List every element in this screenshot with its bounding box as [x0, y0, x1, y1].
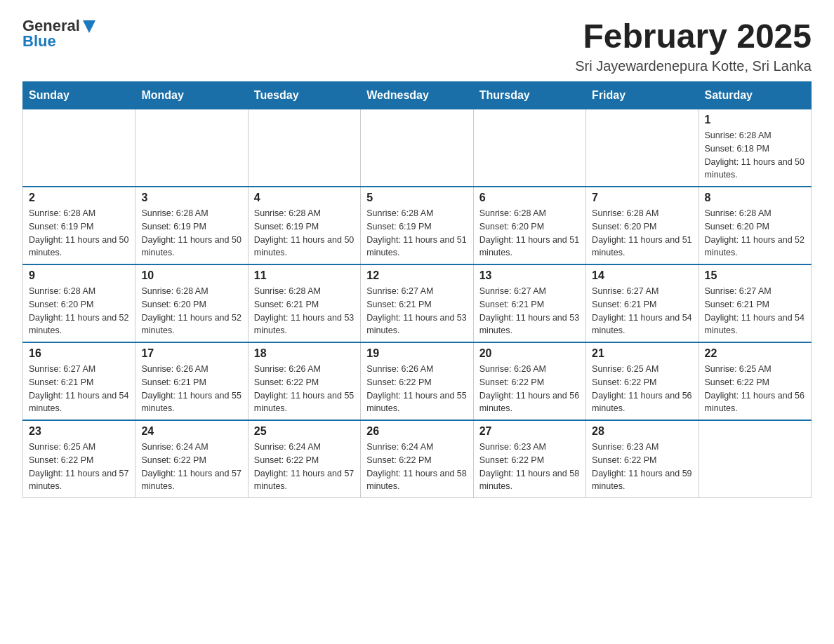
- day-info: Sunrise: 6:28 AM Sunset: 6:20 PM Dayligh…: [592, 207, 692, 260]
- day-info: Sunrise: 6:27 AM Sunset: 6:21 PM Dayligh…: [29, 363, 129, 415]
- calendar-cell: 21Sunrise: 6:25 AM Sunset: 6:22 PM Dayli…: [586, 342, 699, 420]
- day-number: 28: [592, 425, 692, 438]
- page-header: General Blue February 2025 Sri Jayewarde…: [22, 17, 812, 74]
- calendar-cell: 23Sunrise: 6:25 AM Sunset: 6:22 PM Dayli…: [23, 420, 135, 498]
- day-number: 14: [592, 269, 692, 282]
- day-number: 3: [141, 192, 241, 204]
- day-info: Sunrise: 6:28 AM Sunset: 6:20 PM Dayligh…: [141, 285, 241, 337]
- calendar-cell: 25Sunrise: 6:24 AM Sunset: 6:22 PM Dayli…: [248, 420, 360, 498]
- calendar-cell: 12Sunrise: 6:27 AM Sunset: 6:21 PM Dayli…: [361, 264, 473, 342]
- day-info: Sunrise: 6:28 AM Sunset: 6:19 PM Dayligh…: [366, 207, 467, 260]
- day-info: Sunrise: 6:27 AM Sunset: 6:21 PM Dayligh…: [366, 285, 467, 337]
- calendar-cell: 1Sunrise: 6:28 AM Sunset: 6:18 PM Daylig…: [699, 109, 811, 187]
- calendar-cell: 4Sunrise: 6:28 AM Sunset: 6:19 PM Daylig…: [248, 187, 360, 264]
- calendar-cell: 26Sunrise: 6:24 AM Sunset: 6:22 PM Dayli…: [361, 420, 473, 498]
- day-number: 9: [29, 269, 129, 282]
- calendar-cell: 24Sunrise: 6:24 AM Sunset: 6:22 PM Dayli…: [135, 420, 248, 498]
- calendar-cell: [699, 420, 811, 498]
- calendar-table: SundayMondayTuesdayWednesdayThursdayFrid…: [22, 81, 812, 498]
- calendar-cell: 10Sunrise: 6:28 AM Sunset: 6:20 PM Dayli…: [135, 264, 248, 342]
- calendar-cell: 6Sunrise: 6:28 AM Sunset: 6:20 PM Daylig…: [473, 187, 585, 264]
- day-info: Sunrise: 6:25 AM Sunset: 6:22 PM Dayligh…: [592, 363, 692, 415]
- calendar-cell: [473, 109, 585, 187]
- day-number: 20: [479, 347, 580, 360]
- calendar-cell: 27Sunrise: 6:23 AM Sunset: 6:22 PM Dayli…: [473, 420, 585, 498]
- col-header-thursday: Thursday: [473, 82, 585, 109]
- calendar-cell: [23, 109, 135, 187]
- day-number: 26: [366, 425, 467, 438]
- calendar-week-row: 16Sunrise: 6:27 AM Sunset: 6:21 PM Dayli…: [23, 342, 812, 420]
- day-info: Sunrise: 6:27 AM Sunset: 6:21 PM Dayligh…: [705, 285, 805, 337]
- day-info: Sunrise: 6:28 AM Sunset: 6:20 PM Dayligh…: [29, 285, 129, 337]
- calendar-cell: 28Sunrise: 6:23 AM Sunset: 6:22 PM Dayli…: [586, 420, 699, 498]
- calendar-cell: 16Sunrise: 6:27 AM Sunset: 6:21 PM Dayli…: [23, 342, 135, 420]
- day-info: Sunrise: 6:27 AM Sunset: 6:21 PM Dayligh…: [479, 285, 580, 337]
- day-number: 24: [141, 425, 241, 438]
- day-number: 4: [254, 192, 355, 204]
- main-title: February 2025: [575, 17, 812, 55]
- day-number: 19: [366, 347, 467, 360]
- day-info: Sunrise: 6:27 AM Sunset: 6:21 PM Dayligh…: [592, 285, 692, 337]
- day-info: Sunrise: 6:26 AM Sunset: 6:22 PM Dayligh…: [254, 363, 355, 415]
- calendar-cell: 2Sunrise: 6:28 AM Sunset: 6:19 PM Daylig…: [23, 187, 135, 264]
- day-info: Sunrise: 6:23 AM Sunset: 6:22 PM Dayligh…: [592, 441, 692, 493]
- day-number: 22: [705, 347, 805, 360]
- day-info: Sunrise: 6:24 AM Sunset: 6:22 PM Dayligh…: [141, 441, 241, 493]
- day-number: 13: [479, 269, 580, 282]
- calendar-cell: 9Sunrise: 6:28 AM Sunset: 6:20 PM Daylig…: [23, 264, 135, 342]
- col-header-friday: Friday: [586, 82, 699, 109]
- logo-blue-text: Blue: [22, 32, 56, 51]
- day-info: Sunrise: 6:25 AM Sunset: 6:22 PM Dayligh…: [705, 363, 805, 415]
- calendar-header-row: SundayMondayTuesdayWednesdayThursdayFrid…: [23, 82, 812, 109]
- day-info: Sunrise: 6:28 AM Sunset: 6:18 PM Dayligh…: [705, 129, 805, 182]
- day-number: 5: [366, 192, 467, 204]
- day-info: Sunrise: 6:23 AM Sunset: 6:22 PM Dayligh…: [479, 441, 580, 493]
- calendar-cell: 8Sunrise: 6:28 AM Sunset: 6:20 PM Daylig…: [699, 187, 811, 264]
- subtitle: Sri Jayewardenepura Kotte, Sri Lanka: [575, 58, 812, 74]
- day-number: 7: [592, 192, 692, 204]
- day-info: Sunrise: 6:28 AM Sunset: 6:20 PM Dayligh…: [705, 207, 805, 260]
- col-header-monday: Monday: [135, 82, 248, 109]
- day-info: Sunrise: 6:28 AM Sunset: 6:20 PM Dayligh…: [479, 207, 580, 260]
- calendar-cell: 18Sunrise: 6:26 AM Sunset: 6:22 PM Dayli…: [248, 342, 360, 420]
- day-info: Sunrise: 6:25 AM Sunset: 6:22 PM Dayligh…: [29, 441, 129, 493]
- day-info: Sunrise: 6:28 AM Sunset: 6:21 PM Dayligh…: [254, 285, 355, 337]
- day-info: Sunrise: 6:28 AM Sunset: 6:19 PM Dayligh…: [29, 207, 129, 260]
- day-info: Sunrise: 6:26 AM Sunset: 6:21 PM Dayligh…: [141, 363, 241, 415]
- calendar-cell: 13Sunrise: 6:27 AM Sunset: 6:21 PM Dayli…: [473, 264, 585, 342]
- logo: General Blue: [22, 17, 95, 51]
- day-info: Sunrise: 6:26 AM Sunset: 6:22 PM Dayligh…: [366, 363, 467, 415]
- calendar-cell: 20Sunrise: 6:26 AM Sunset: 6:22 PM Dayli…: [473, 342, 585, 420]
- col-header-wednesday: Wednesday: [361, 82, 473, 109]
- day-number: 25: [254, 425, 355, 438]
- calendar-week-row: 1Sunrise: 6:28 AM Sunset: 6:18 PM Daylig…: [23, 109, 812, 187]
- day-number: 18: [254, 347, 355, 360]
- day-number: 8: [705, 192, 805, 204]
- day-number: 27: [479, 425, 580, 438]
- logo-arrow-icon: [83, 20, 95, 33]
- day-info: Sunrise: 6:24 AM Sunset: 6:22 PM Dayligh…: [366, 441, 467, 493]
- calendar-cell: 14Sunrise: 6:27 AM Sunset: 6:21 PM Dayli…: [586, 264, 699, 342]
- calendar-cell: 19Sunrise: 6:26 AM Sunset: 6:22 PM Dayli…: [361, 342, 473, 420]
- calendar-cell: 7Sunrise: 6:28 AM Sunset: 6:20 PM Daylig…: [586, 187, 699, 264]
- day-number: 6: [479, 192, 580, 204]
- calendar-cell: [248, 109, 360, 187]
- day-info: Sunrise: 6:28 AM Sunset: 6:19 PM Dayligh…: [254, 207, 355, 260]
- day-number: 17: [141, 347, 241, 360]
- col-header-tuesday: Tuesday: [248, 82, 360, 109]
- calendar-week-row: 23Sunrise: 6:25 AM Sunset: 6:22 PM Dayli…: [23, 420, 812, 498]
- calendar-week-row: 2Sunrise: 6:28 AM Sunset: 6:19 PM Daylig…: [23, 187, 812, 264]
- day-number: 10: [141, 269, 241, 282]
- day-number: 15: [705, 269, 805, 282]
- col-header-sunday: Sunday: [23, 82, 135, 109]
- day-number: 16: [29, 347, 129, 360]
- day-info: Sunrise: 6:26 AM Sunset: 6:22 PM Dayligh…: [479, 363, 580, 415]
- calendar-cell: 17Sunrise: 6:26 AM Sunset: 6:21 PM Dayli…: [135, 342, 248, 420]
- col-header-saturday: Saturday: [699, 82, 811, 109]
- day-number: 11: [254, 269, 355, 282]
- calendar-cell: [135, 109, 248, 187]
- calendar-cell: [586, 109, 699, 187]
- calendar-week-row: 9Sunrise: 6:28 AM Sunset: 6:20 PM Daylig…: [23, 264, 812, 342]
- calendar-cell: 3Sunrise: 6:28 AM Sunset: 6:19 PM Daylig…: [135, 187, 248, 264]
- calendar-cell: 5Sunrise: 6:28 AM Sunset: 6:19 PM Daylig…: [361, 187, 473, 264]
